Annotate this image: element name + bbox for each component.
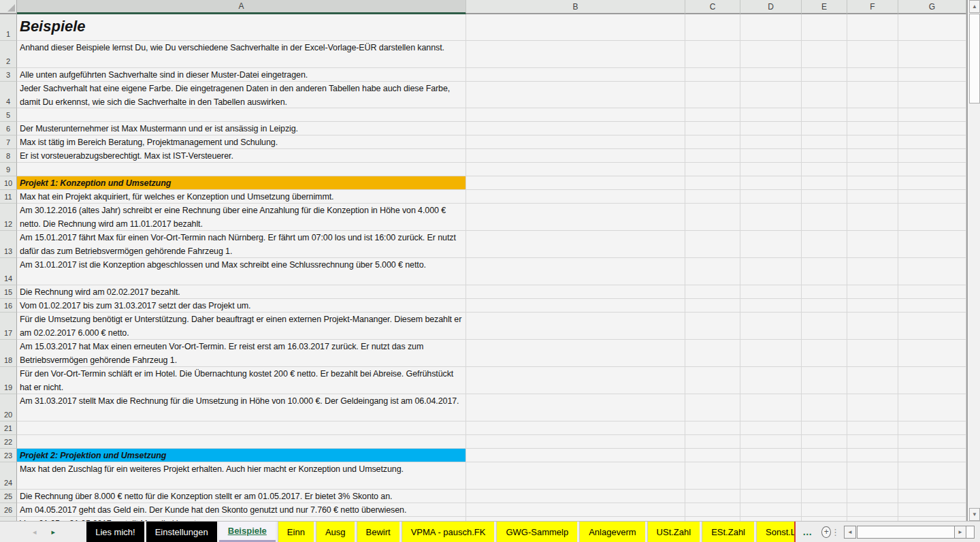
cell-G18[interactable] [898,340,966,367]
cell-A13[interactable]: Am 15.01.2017 fährt Max für einen Vor-Or… [17,231,466,258]
cell-D11[interactable] [740,190,802,204]
cell-C9[interactable] [685,163,740,176]
cell-G19[interactable] [898,367,966,394]
cell-A22[interactable] [17,435,466,449]
column-header-G[interactable]: G [898,0,966,14]
sheet-tab-bewirt[interactable]: Bewirt [357,522,399,542]
cell-D24[interactable] [740,462,802,490]
cell-B8[interactable] [466,149,685,163]
cell-B12[interactable] [466,204,685,231]
cell-F2[interactable] [847,41,898,68]
row-header-20[interactable]: 20 [0,394,17,421]
cell-G12[interactable] [898,204,966,231]
cell-G5[interactable] [898,108,966,122]
cell-D7[interactable] [740,136,802,149]
row-header-7[interactable]: 7 [0,136,17,149]
cell-A14[interactable]: Am 31.01.2017 ist die Konzeption abgesch… [17,258,466,285]
cell-D23[interactable] [740,449,802,462]
cell-E4[interactable] [802,82,847,108]
cell-F26[interactable] [847,503,898,517]
cell-D17[interactable] [740,313,802,340]
sheet-tab-gwg-sammelp[interactable]: GWG-Sammelp [496,522,577,542]
cell-E7[interactable] [802,136,847,149]
row-header-18[interactable]: 18 [0,340,17,367]
cell-F10[interactable] [847,176,898,190]
horizontal-scrollbar[interactable]: ◄ ► [844,526,966,539]
column-header-B[interactable]: B [466,0,685,14]
cell-F5[interactable] [847,108,898,122]
cell-E16[interactable] [802,299,847,313]
cell-C5[interactable] [685,108,740,122]
cell-C17[interactable] [685,313,740,340]
scroll-left-button[interactable]: ◄ [844,526,856,539]
cell-C10[interactable] [685,176,740,190]
cell-E17[interactable] [802,313,847,340]
cell-B16[interactable] [466,299,685,313]
cell-B1[interactable] [466,14,685,41]
row-header-17[interactable]: 17 [0,313,17,340]
cell-D5[interactable] [740,108,802,122]
cell-B26[interactable] [466,503,685,517]
cell-G10[interactable] [898,176,966,190]
column-header-E[interactable]: E [802,0,847,14]
cell-G15[interactable] [898,285,966,299]
cell-C23[interactable] [685,449,740,462]
cell-E19[interactable] [802,367,847,394]
cell-G14[interactable] [898,258,966,285]
cell-B9[interactable] [466,163,685,176]
row-header-26[interactable]: 26 [0,503,17,517]
scroll-right-button[interactable]: ► [954,526,966,539]
cell-B25[interactable] [466,490,685,503]
cell-F22[interactable] [847,435,898,449]
cell-D2[interactable] [740,41,802,68]
cell-B22[interactable] [466,435,685,449]
cell-D8[interactable] [740,149,802,163]
cell-A12[interactable]: Am 30.12.2016 (altes Jahr) schreibt er e… [17,204,466,231]
cell-A18[interactable]: Am 15.03.2017 hat Max einen erneuten Vor… [17,340,466,367]
cell-F3[interactable] [847,68,898,82]
cell-F1[interactable] [847,14,898,41]
cell-E8[interactable] [802,149,847,163]
cell-A8[interactable]: Er ist vorsteuerabzugsberechtigt. Max is… [17,149,466,163]
cell-C4[interactable] [685,82,740,108]
cell-B23[interactable] [466,449,685,462]
cell-B24[interactable] [466,462,685,490]
vertical-scrollbar-thumb[interactable] [969,14,980,103]
prev-sheet-icon[interactable]: ◂ [33,528,37,536]
cell-B10[interactable] [466,176,685,190]
cell-A7[interactable]: Max ist tätig im Bereich Beratung, Proje… [17,136,466,149]
sheet-tab-anlageverm[interactable]: Anlageverm [579,522,644,542]
cell-A9[interactable] [17,163,466,176]
cell-G11[interactable] [898,190,966,204]
cell-A15[interactable]: Die Rechnung wird am 02.02.2017 bezahlt. [17,285,466,299]
cell-E23[interactable] [802,449,847,462]
cell-E26[interactable] [802,503,847,517]
row-header-4[interactable]: 4 [0,82,17,108]
row-header-8[interactable]: 8 [0,149,17,163]
cell-C8[interactable] [685,149,740,163]
cell-C21[interactable] [685,421,740,435]
row-header-23[interactable]: 23 [0,449,17,462]
cell-E1[interactable] [802,14,847,41]
cell-A24[interactable]: Max hat den Zuschlag für ein weiteres Pr… [17,462,466,490]
cell-D4[interactable] [740,82,802,108]
cell-A20[interactable]: Am 31.03.2017 stellt Max die Rechnung fü… [17,394,466,421]
cell-C7[interactable] [685,136,740,149]
sheet-tab-ausg[interactable]: Ausg [316,522,355,542]
cell-A5[interactable] [17,108,466,122]
cell-A2[interactable]: Anhand dieser Beispiele lernst Du, wie D… [17,41,466,68]
cell-C22[interactable] [685,435,740,449]
cell-F8[interactable] [847,149,898,163]
cell-F15[interactable] [847,285,898,299]
row-header-13[interactable]: 13 [0,231,17,258]
row-header-19[interactable]: 19 [0,367,17,394]
sheet-tab-sonst-le[interactable]: Sonst.Le [756,522,794,542]
cell-B14[interactable] [466,258,685,285]
cell-B3[interactable] [466,68,685,82]
cell-A17[interactable]: Für die Umsetzung benötigt er Unterstütz… [17,313,466,340]
cell-F23[interactable] [847,449,898,462]
cell-F13[interactable] [847,231,898,258]
column-header-F[interactable]: F [847,0,898,14]
cell-E14[interactable] [802,258,847,285]
cell-G6[interactable] [898,122,966,136]
